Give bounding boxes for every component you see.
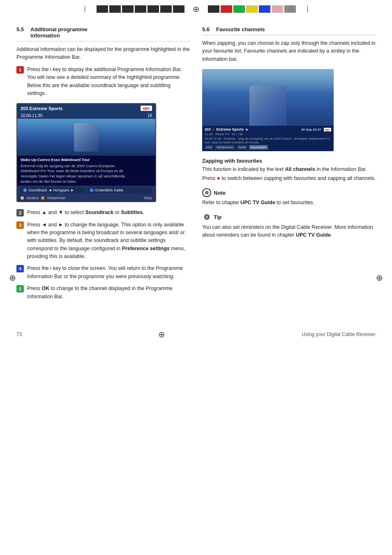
step-4-text: Press the i key to close the screen. You… — [27, 265, 190, 281]
note-header: ⊜ Note — [202, 188, 376, 197]
right-column: 5.6 Favourite channels When zapping, you… — [202, 26, 376, 305]
cb-4 — [135, 5, 146, 13]
step-5-text: Press OK to change to the channel displa… — [27, 285, 190, 301]
step-5: 5 Press OK to change to the channel disp… — [16, 285, 190, 301]
subtitles-label: Ondertitels — [95, 188, 113, 192]
screen-mockup: 203 Extreme Sports upc 10:00-11:30 18 Wa… — [16, 103, 156, 202]
info-channel-num: 203 — [205, 127, 211, 131]
color-blocks-right — [208, 5, 296, 13]
step-2-text: Press ▲ and ▼ to select Soundtrack or Su… — [27, 209, 144, 216]
info-channel-name: Extreme Sports — [216, 127, 244, 131]
screen-image-area — [17, 119, 155, 156]
registration-mark-top: ⊕ — [193, 4, 200, 14]
cbr-1 — [208, 5, 219, 13]
top-decorative-bar: ⊕ — [0, 0, 392, 14]
step-3: 3 Press ◄ and ► to change the language. … — [16, 221, 190, 261]
screen-options-row: 9 Soundtrack ◄ Hongaars ► □ Ondertitels … — [17, 186, 155, 195]
screen-desc-bar: Wake Up-Cuervo Esso Wakeboard Tour Extre… — [17, 156, 155, 186]
screen-channel-name: 203 Extreme Sports — [21, 106, 63, 111]
info-upc-logo: upc — [324, 128, 331, 131]
screen-nav-row: Sluiters Afstammen Tekst — [17, 195, 155, 201]
nav-tekst: Tekst — [143, 196, 152, 200]
nav-afstammen: Afstammen — [47, 196, 66, 200]
cbr-7 — [284, 5, 296, 13]
compass-mark-left: ⊕ — [9, 273, 16, 283]
step-5-number: 5 — [16, 285, 24, 292]
screen-person-silhouette — [74, 123, 99, 152]
step-2-number: 2 — [16, 209, 24, 216]
info-row2-nums: 31 □ 18 — [232, 132, 243, 136]
registration-mark-bottom: ⊕ — [158, 329, 165, 339]
nav-dot-yellow — [21, 196, 24, 200]
cb-6 — [160, 5, 172, 13]
cbr-2 — [221, 5, 232, 13]
soundtrack-icon: 9 — [23, 188, 27, 192]
cb-5 — [148, 5, 159, 13]
screen-subtitles-option: □ Ondertitels Dalits — [87, 187, 152, 193]
note-icon: ⊜ — [202, 188, 211, 197]
zapping-title: Zapping with favourites — [202, 158, 376, 164]
nav-dot-orange — [41, 196, 44, 200]
info-bar-channel: 203 ● Extreme Sports ► — [205, 127, 249, 131]
tip-text: You can also set reminders on the Digita… — [202, 223, 376, 240]
ruler-left-top — [85, 6, 85, 12]
screen-desc-line1: Extremal volg de upcgang van de 2000 Cue… — [21, 164, 152, 169]
screen-top-bar: 203 Extreme Sports upc — [17, 104, 155, 113]
tab-afstammen: Afstammen — [215, 145, 235, 150]
page-content: 5.5 Additional programme information Add… — [0, 14, 392, 305]
cb-7 — [173, 5, 184, 13]
section-55-number: 5.5 — [16, 26, 24, 39]
section-55-title: Additional programme information — [30, 26, 88, 39]
surfer-image: 203 ● Extreme Sports ► 30 Sep 10:47 upc … — [202, 69, 334, 151]
soundtrack-arrow-right: ► — [70, 188, 74, 192]
step-1-number: 1 — [16, 66, 24, 74]
tip-label: Tip — [214, 214, 221, 220]
tab-info: Info — [205, 145, 213, 150]
screen-desc-line2: Wakeboard Pro Tour, waar de beste boarde… — [21, 168, 152, 174]
section-56-body: When zapping, you can choose to zap only… — [202, 39, 376, 63]
page-footer: 73 ⊕ Using your Digital Cable Receiver — [0, 321, 392, 348]
info-row2-left: 11:30 — [205, 132, 213, 136]
screen-time-bar: 10:00-11:30 18 — [17, 113, 155, 119]
color-blocks-left — [97, 5, 184, 13]
screen-time-range: 10:00-11:30 — [21, 113, 42, 118]
cb-3 — [122, 5, 134, 13]
subtitles-value: Dalits — [114, 188, 124, 192]
info-bar-overlay: 203 ● Extreme Sports ► 30 Sep 10:47 upc … — [202, 126, 334, 151]
info-row2-channel: Rebel TV — [215, 132, 229, 136]
tab-tekst: Tekst — [237, 145, 248, 150]
page-number: 73 — [16, 332, 22, 337]
step-3-number: 3 — [16, 221, 24, 229]
tab-favorieten: Favorieten — [249, 145, 268, 150]
left-column: 5.5 Additional programme information Add… — [16, 26, 190, 305]
soundtrack-value: Hongaars — [53, 188, 69, 192]
screen-desc-line3: Verenigde Staten het tegen elkaar opneme… — [21, 174, 152, 179]
info-bar-tabs: Info Afstammen Tekst Favorieten — [205, 145, 331, 150]
tip-icon: ⚙ — [202, 213, 211, 222]
info-bar-time: 30 Sep 10:47 — [301, 128, 321, 131]
footer-right-text: Using your Digital Cable Receiver — [302, 332, 376, 337]
soundtrack-label: Soundtrack — [28, 188, 47, 192]
step-2: 2 Press ▲ and ▼ to select Soundtrack or … — [16, 209, 190, 216]
info-bar-top-row: 203 ● Extreme Sports ► 30 Sep 10:47 upc — [205, 127, 331, 131]
step-3-text: Press ◄ and ► to change the language. Th… — [27, 221, 190, 261]
zapping-body: This function is indicated by the text A… — [202, 166, 376, 182]
screen-soundtrack-option: 9 Soundtrack ◄ Hongaars ► — [21, 187, 85, 193]
cbr-4 — [246, 5, 258, 13]
section-56-title: Favourite channels — [216, 26, 265, 32]
ruler-right-top — [307, 6, 308, 12]
compass-mark-right: ⊕ — [376, 273, 383, 283]
tip-header: ⚙ Tip — [202, 213, 376, 222]
screen-desc-line4: landen om de titel binnen te halen. — [21, 179, 152, 184]
info-bar-mid-row: 11:30 Rebel TV 31 □ 18 — [205, 132, 331, 136]
step-4-number: 4 — [16, 265, 24, 272]
cbr-5 — [259, 5, 270, 13]
step-1: 1 Press the i key to display the additio… — [16, 66, 190, 98]
info-bar-right: 30 Sep 10:47 upc — [301, 128, 331, 131]
screen-title: Wake Up-Cuervo Esso Wakeboard Tour — [21, 157, 152, 163]
subtitles-icon: □ — [90, 188, 94, 192]
screen-upc-logo: upc — [141, 106, 152, 111]
note-box: ⊜ Note Refer to chapter UPC TV Guide to … — [202, 188, 376, 207]
info-channel-icon: ● — [212, 127, 214, 131]
nav-sluites: Sluiters — [26, 196, 39, 200]
